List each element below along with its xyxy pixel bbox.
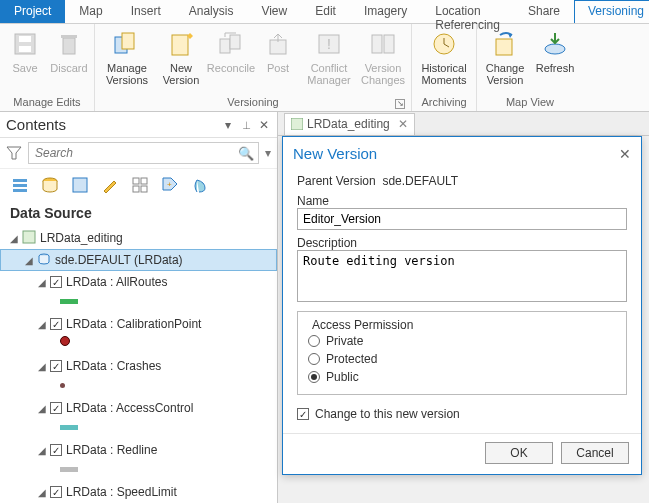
list-by-perception-icon[interactable]: [190, 175, 210, 195]
data-source-heading: Data Source: [0, 201, 277, 227]
layer-checkbox[interactable]: ✓: [50, 486, 62, 498]
reconcile-label: Reconcile: [207, 62, 255, 74]
search-icon[interactable]: 🔍: [238, 146, 254, 161]
tree-layer[interactable]: ◢ ✓ LRData : SpeedLimit: [0, 481, 277, 503]
reconcile-icon: [215, 28, 247, 60]
collapse-icon[interactable]: ◢: [38, 403, 48, 414]
parent-version-label: Parent Version: [297, 174, 376, 188]
tab-close-icon[interactable]: ✕: [398, 117, 408, 131]
collapse-icon[interactable]: ◢: [38, 277, 48, 288]
layer-checkbox[interactable]: ✓: [50, 276, 62, 288]
layer-checkbox[interactable]: ✓: [50, 402, 62, 414]
collapse-icon[interactable]: ◢: [38, 487, 48, 498]
map-view-tab[interactable]: LRData_editing ✕: [284, 113, 415, 135]
collapse-icon[interactable]: ◢: [38, 445, 48, 456]
menu-analysis[interactable]: Analysis: [175, 0, 248, 23]
pane-options-icon[interactable]: ▾: [221, 118, 235, 132]
tree-layer[interactable]: ◢ ✓ LRData : Redline: [0, 439, 277, 461]
change-version-icon: [489, 28, 521, 60]
collapse-icon[interactable]: ◢: [10, 233, 20, 244]
refresh-button[interactable]: Refresh: [531, 26, 579, 74]
discard-button[interactable]: Discard: [48, 26, 90, 74]
change-to-new-version-checkbox-row[interactable]: ✓ Change to this new version: [297, 405, 627, 423]
dialog-close-icon[interactable]: ✕: [619, 146, 631, 162]
ribbon-group-map-view: Change Version Refresh Map View: [477, 24, 583, 111]
menu-view[interactable]: View: [247, 0, 301, 23]
menu-imagery[interactable]: Imagery: [350, 0, 421, 23]
collapse-icon[interactable]: ◢: [38, 361, 48, 372]
search-input[interactable]: [33, 145, 238, 161]
list-by-data-source-icon[interactable]: [40, 175, 60, 195]
menu-map[interactable]: Map: [65, 0, 116, 23]
tree-root-map[interactable]: ◢ LRData_editing: [0, 227, 277, 249]
tree-layer-label: LRData : AllRoutes: [66, 275, 167, 289]
svg-text:+: +: [167, 180, 172, 189]
menu-location-referencing[interactable]: Location Referencing: [421, 0, 514, 23]
access-protected-option[interactable]: Protected: [308, 350, 616, 368]
ok-button[interactable]: OK: [485, 442, 553, 464]
versioning-dialog-launcher-icon[interactable]: ↘: [395, 99, 405, 109]
menu-project[interactable]: Project: [0, 0, 65, 23]
radio-label: Protected: [326, 352, 377, 366]
version-description-input[interactable]: [297, 250, 627, 302]
version-changes-button[interactable]: Version Changes: [359, 26, 407, 86]
svg-rect-21: [13, 179, 27, 182]
symbol-swatch: [60, 425, 78, 430]
tree-layer[interactable]: ◢ ✓ LRData : Crashes: [0, 355, 277, 377]
list-by-selection-icon[interactable]: [70, 175, 90, 195]
post-icon: [262, 28, 294, 60]
svg-rect-27: [141, 178, 147, 184]
post-button[interactable]: Post: [257, 26, 299, 74]
svg-rect-25: [73, 178, 87, 192]
list-by-drawing-order-icon[interactable]: [10, 175, 30, 195]
manage-versions-button[interactable]: Manage Versions: [99, 26, 155, 86]
access-public-option[interactable]: Public: [308, 368, 616, 386]
manage-versions-icon: [111, 28, 143, 60]
svg-rect-10: [230, 35, 240, 49]
layer-checkbox[interactable]: ✓: [50, 318, 62, 330]
save-icon: [9, 28, 41, 60]
svg-rect-26: [133, 178, 139, 184]
menu-share[interactable]: Share: [514, 0, 574, 23]
tree-layer[interactable]: ◢ ✓ LRData : AllRoutes: [0, 271, 277, 293]
collapse-icon[interactable]: ◢: [38, 319, 48, 330]
ribbon-group-label-manage-edits: Manage Edits: [4, 94, 90, 111]
access-private-option[interactable]: Private: [308, 332, 616, 350]
menu-versioning[interactable]: Versioning: [574, 0, 649, 23]
conflict-manager-icon: !: [313, 28, 345, 60]
menu-edit[interactable]: Edit: [301, 0, 350, 23]
filter-icon[interactable]: [6, 145, 22, 161]
historical-moments-label: Historical Moments: [418, 62, 470, 86]
historical-moments-button[interactable]: Historical Moments: [416, 26, 472, 86]
pane-pin-icon[interactable]: ⟂: [239, 118, 253, 132]
cancel-button[interactable]: Cancel: [561, 442, 629, 464]
radio-label: Private: [326, 334, 363, 348]
layer-checkbox[interactable]: ✓: [50, 444, 62, 456]
search-dropdown-icon[interactable]: ▾: [265, 146, 271, 160]
save-button[interactable]: Save: [4, 26, 46, 74]
tree-version-node[interactable]: ◢ sde.DEFAULT (LRData): [0, 249, 277, 271]
menu-insert[interactable]: Insert: [117, 0, 175, 23]
list-by-snapping-icon[interactable]: [130, 175, 150, 195]
search-box[interactable]: 🔍: [28, 142, 259, 164]
new-version-label: New Version: [159, 62, 203, 86]
contents-title: Contents: [6, 116, 66, 133]
layer-checkbox[interactable]: ✓: [50, 360, 62, 372]
pane-close-icon[interactable]: ✕: [257, 118, 271, 132]
list-by-labeling-icon[interactable]: +: [160, 175, 180, 195]
ribbon-group-label-versioning: Versioning ↘: [99, 94, 407, 111]
conflict-manager-button[interactable]: ! Conflict Manager: [301, 26, 357, 86]
ribbon-group-versioning: Manage Versions New Version Reconcile Po…: [95, 24, 412, 111]
svg-rect-11: [270, 40, 286, 54]
tree-layer[interactable]: ◢ ✓ LRData : CalibrationPoint: [0, 313, 277, 335]
map-icon: [22, 230, 36, 247]
collapse-icon[interactable]: ◢: [25, 255, 35, 266]
new-version-button[interactable]: New Version: [157, 26, 205, 86]
svg-text:!: !: [327, 36, 331, 52]
tree-layer[interactable]: ◢ ✓ LRData : AccessControl: [0, 397, 277, 419]
change-version-button[interactable]: Change Version: [481, 26, 529, 86]
conflict-manager-label: Conflict Manager: [303, 62, 355, 86]
list-by-editing-icon[interactable]: [100, 175, 120, 195]
reconcile-button[interactable]: Reconcile: [207, 26, 255, 74]
version-name-input[interactable]: [297, 208, 627, 230]
